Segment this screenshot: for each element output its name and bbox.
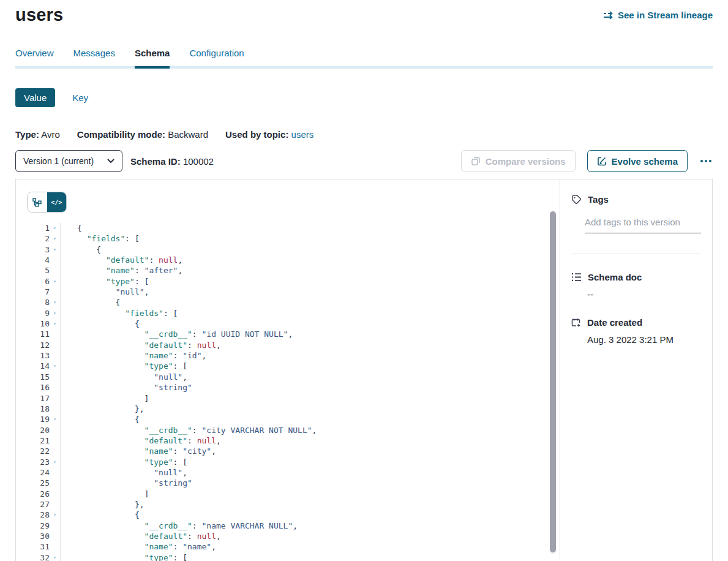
code-line: 1▾{ <box>27 223 560 233</box>
tree-view-button[interactable] <box>28 192 47 212</box>
line-number: 21 <box>27 435 50 446</box>
line-number: 11 <box>27 329 50 339</box>
fold-spacer <box>50 499 60 510</box>
line-number: 3 <box>27 244 50 255</box>
add-tags-input[interactable] <box>585 217 701 233</box>
line-number: 14 <box>27 361 50 371</box>
code-line: 2▾ "fields": [ <box>27 233 560 244</box>
date-created-title: Date created <box>587 317 642 328</box>
fold-toggle-icon[interactable]: ▾ <box>50 276 60 287</box>
fold-toggle-icon[interactable]: ▾ <box>50 297 60 307</box>
tab-overview[interactable]: Overview <box>15 48 54 69</box>
code-scrollbar-thumb[interactable] <box>550 211 556 552</box>
edit-icon <box>597 156 607 166</box>
meta-topic-link[interactable]: users <box>291 129 314 140</box>
code-line: 8▾ { <box>27 297 560 307</box>
line-number: 22 <box>27 446 50 456</box>
line-number: 24 <box>27 467 50 478</box>
compare-versions-button[interactable]: Compare versions <box>461 150 576 172</box>
stream-lineage-label: See in Stream lineage <box>618 10 713 20</box>
compare-versions-label: Compare versions <box>486 156 566 167</box>
date-created-value: Aug. 3 2022 3:21 PM <box>587 334 701 345</box>
code-line: 32▾ "type": [ <box>27 552 560 561</box>
sidebar-divider <box>571 254 701 254</box>
fold-toggle-icon[interactable]: ▾ <box>50 223 60 233</box>
version-bar: Version 1 (current) Schema ID: 100002 Co… <box>15 150 713 172</box>
code-text: "name": "name", <box>60 541 216 552</box>
line-number: 29 <box>27 521 50 531</box>
line-number: 2 <box>27 233 50 244</box>
ellipsis-dot <box>700 160 703 162</box>
fold-toggle-icon[interactable]: ▾ <box>50 552 60 561</box>
code-text: "type": [ <box>60 361 187 371</box>
code-line: 30 "default": null, <box>27 531 560 541</box>
fold-toggle-icon[interactable]: ▾ <box>50 318 60 329</box>
fold-spacer <box>50 489 60 499</box>
line-number: 26 <box>27 489 50 499</box>
line-number: 1 <box>27 223 50 233</box>
code-line: 19▾ { <box>27 414 560 424</box>
fold-spacer <box>50 287 60 297</box>
fold-toggle-icon[interactable]: ▾ <box>50 361 60 371</box>
line-number: 8 <box>27 297 50 307</box>
tab-schema[interactable]: Schema <box>135 48 170 69</box>
schema-meta-row: Type: Avro Compatibility mode: Backward … <box>15 129 713 140</box>
code-line: 22 "name": "city", <box>27 446 560 456</box>
tab-messages[interactable]: Messages <box>73 48 115 69</box>
code-text: }, <box>60 499 144 510</box>
fold-spacer <box>50 265 60 276</box>
compare-icon <box>471 156 481 166</box>
line-number: 20 <box>27 425 50 435</box>
fold-toggle-icon[interactable]: ▾ <box>50 457 60 467</box>
line-number: 28 <box>27 510 50 520</box>
line-number: 27 <box>27 499 50 510</box>
code-line: 31 "name": "name", <box>27 541 560 552</box>
key-toggle-link[interactable]: Key <box>72 92 88 103</box>
meta-compatibility: Compatibility mode: Backward <box>77 129 208 140</box>
fold-toggle-icon[interactable]: ▾ <box>50 244 60 255</box>
schema-sidebar: Tags Schema doc -- <box>560 179 712 561</box>
line-number: 31 <box>27 541 50 552</box>
fold-toggle-icon[interactable]: ▾ <box>50 308 60 318</box>
fold-spacer <box>50 467 60 478</box>
code-line: 5 "name": "after", <box>27 265 560 276</box>
fold-spacer <box>50 404 60 414</box>
more-actions-button[interactable] <box>699 157 713 165</box>
version-bar-actions: Compare versions Evolve schema <box>461 150 713 172</box>
fold-spacer <box>50 531 60 541</box>
fold-spacer <box>50 425 60 435</box>
schema-doc-header: Schema doc <box>571 272 701 282</box>
meta-type-label: Type: <box>15 129 39 140</box>
schema-id-value: 100002 <box>183 156 214 167</box>
code-view-button[interactable]: </> <box>47 192 67 212</box>
value-toggle-button[interactable]: Value <box>15 88 55 107</box>
tag-icon <box>571 194 582 205</box>
line-number: 23 <box>27 457 50 467</box>
line-number: 18 <box>27 404 50 414</box>
tags-title: Tags <box>588 194 609 205</box>
chevron-down-icon <box>107 159 114 164</box>
schema-code-editor[interactable]: 1▾{2▾ "fields": [3▾ {4 "default": null,5… <box>27 223 560 561</box>
fold-spacer <box>50 435 60 446</box>
schema-id: Schema ID: 100002 <box>130 156 214 167</box>
date-created-section: Date created Aug. 3 2022 3:21 PM <box>571 317 701 345</box>
fold-toggle-icon[interactable]: ▾ <box>50 414 60 424</box>
code-line: 15 "null", <box>27 372 560 382</box>
evolve-schema-button[interactable]: Evolve schema <box>587 150 688 172</box>
code-lines: 1▾{2▾ "fields": [3▾ {4 "default": null,5… <box>27 223 560 561</box>
meta-compatibility-label: Compatibility mode: <box>77 129 165 140</box>
code-line: 17 ] <box>27 393 560 404</box>
code-text: "null", <box>60 372 187 382</box>
code-line: 20 "__crdb__": "city VARCHAR NOT NULL", <box>27 425 560 435</box>
line-number: 7 <box>27 287 50 297</box>
see-in-stream-lineage-link[interactable]: See in Stream lineage <box>603 10 713 20</box>
fold-toggle-icon[interactable]: ▾ <box>50 510 60 520</box>
fold-toggle-icon[interactable]: ▾ <box>50 233 60 244</box>
code-line: 16 "string" <box>27 382 560 393</box>
code-line: 29 "__crdb__": "name VARCHAR NULL", <box>27 521 560 531</box>
fold-spacer <box>50 382 60 393</box>
tab-configuration[interactable]: Configuration <box>189 48 244 69</box>
fold-spacer <box>50 521 60 531</box>
code-line: 24 "null", <box>27 467 560 478</box>
version-select[interactable]: Version 1 (current) <box>15 150 122 172</box>
